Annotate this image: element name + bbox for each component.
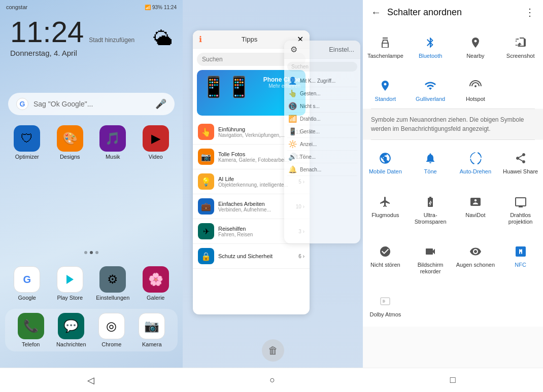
flugmodus-label: Flugmodus — [371, 212, 399, 219]
switch-hotspot[interactable]: Hotspot — [453, 72, 498, 106]
hotspot-label: Hotspot — [466, 96, 485, 102]
switch-gulliverland[interactable]: Gulliverland — [408, 72, 453, 106]
switch-tone[interactable]: Töne — [408, 144, 453, 179]
app-designs[interactable]: 🎨 Designs — [51, 125, 89, 160]
switch-huawei-share[interactable]: Huawei Share — [498, 144, 543, 179]
app-grid-row1: 🛡 Optimizer 🎨 Designs 🎵 Musik ▶ Video — [0, 121, 183, 164]
google-label: Google — [18, 295, 36, 301]
switch-flugmodus[interactable]: Flugmodus — [363, 188, 408, 229]
nfc-icon — [513, 243, 529, 260]
app-google[interactable]: G Google — [8, 266, 46, 301]
mic-icon[interactable]: 🎤 — [155, 98, 166, 110]
optimizer-icon: 🛡 — [14, 125, 40, 152]
taschenlampe-icon — [377, 34, 393, 51]
settings-mini-header: ⚙ Einstel... — [284, 41, 360, 59]
tipps-item-sicherheit[interactable]: 🔒 Schutz und Sicherheit 6 › — [193, 244, 310, 269]
city-label[interactable]: Stadt hinzufügen — [89, 37, 134, 44]
bildschirm-rekorder-label: Bildschirm rekorder — [410, 262, 451, 275]
playstore-icon — [57, 266, 83, 293]
switch-nearby[interactable]: Nearby — [453, 28, 498, 63]
signal-icon: 📶 — [145, 5, 151, 10]
trash-button[interactable]: 🗑 — [262, 339, 284, 362]
wifi-icon: 📶 — [288, 115, 297, 123]
app-playstore[interactable]: Play Store — [51, 266, 89, 301]
augen-schonen-label: Augen schonen — [456, 262, 495, 268]
sicherheit-text: Schutz und Sicherheit — [218, 253, 294, 259]
switch-auto-drehen[interactable]: Auto-Drehen — [453, 144, 498, 179]
chrome-label: Chrome — [101, 341, 121, 347]
video-label: Video — [149, 154, 163, 160]
app-galerie[interactable]: 🌸 Galerie — [137, 266, 175, 301]
switch-bildschirm-rekorder[interactable]: Bildschirm rekorder — [408, 237, 453, 279]
switch-nfc[interactable]: NFC — [498, 237, 543, 279]
settings-mini-content: Suchen 👤Mit K... Zugriff... 👆Gesten... 📵… — [284, 59, 360, 179]
switch-taschenlampe[interactable]: Taschenlampe — [363, 28, 408, 63]
active-switches-grid: Taschenlampe Bluetooth Nearby Screenshot — [363, 24, 543, 67]
battery-label: 93% — [152, 5, 162, 10]
page-dots — [0, 251, 183, 254]
dock-telefon[interactable]: 📞 Telefon — [13, 313, 49, 347]
sicherheit-icon: 🔒 — [198, 248, 214, 264]
ultra-stromsparen-label: Ultra-Stromsparen — [410, 212, 451, 225]
switch-mobile-daten[interactable]: Mobile Daten — [363, 144, 408, 179]
bluetooth-label: Bluetooth — [419, 53, 442, 59]
schalter-back-button[interactable]: ← — [371, 7, 381, 18]
bildschirm-rekorder-icon — [422, 243, 438, 260]
galerie-icon: 🌸 — [143, 266, 169, 293]
mobile-daten-icon — [377, 150, 393, 166]
optimizer-label: Optimizer — [15, 154, 39, 160]
app-musik[interactable]: 🎵 Musik — [94, 125, 132, 160]
nearby-label: Nearby — [466, 53, 484, 59]
screenshot-icon — [513, 34, 529, 51]
notif-icon: 🔔 — [288, 165, 297, 173]
app-optimizer[interactable]: 🛡 Optimizer — [8, 125, 46, 160]
switch-standort[interactable]: Standort — [363, 72, 408, 106]
info-text: Symbole zum Neuanordnen ziehen. Die obig… — [371, 116, 524, 132]
switch-navidot[interactable]: NaviDot — [453, 188, 498, 229]
more-switches-grid-1: Mobile Daten Töne Auto-Drehen Huawei Sha… — [363, 140, 543, 183]
navidot-label: NaviDot — [465, 212, 485, 219]
video-icon: ▶ — [143, 125, 169, 152]
dock-kamera[interactable]: 📷 Kamera — [134, 313, 170, 347]
switch-ultra-stromsparen[interactable]: Ultra-Stromsparen — [408, 188, 453, 229]
dock-grid: 📞 Telefon 💬 Nachrichten ◎ Chrome 📷 Kamer… — [5, 309, 178, 351]
arbeiten-icon: 💼 — [198, 198, 214, 215]
nav-recents-schalter[interactable]: □ — [446, 371, 460, 389]
device-icon: 📱 — [288, 127, 297, 135]
switch-augen-schonen[interactable]: Augen schonen — [453, 237, 498, 279]
ailife-icon: 💡 — [198, 173, 214, 190]
app-einstellungen[interactable]: ⚙ Einstellungen — [94, 266, 132, 301]
switch-drahtlos-projektion[interactable]: Drahtlos projektion — [498, 188, 543, 229]
switch-screenshot[interactable]: Screenshot — [498, 28, 543, 63]
kamera-icon: 📷 — [139, 313, 165, 339]
switch-bluetooth[interactable]: Bluetooth — [408, 28, 453, 63]
more-switches-grid-2: Flugmodus Ultra-Stromsparen NaviDot Drah… — [363, 184, 543, 233]
multitask-background: ℹ Tipps ✕ 📱📱 Phone Clone Mehr erfahren 👆… — [183, 0, 363, 392]
app-video[interactable]: ▶ Video — [137, 125, 175, 160]
schalter-header: ← Schalter anordnen ⋮ — [363, 0, 543, 24]
switch-dolby[interactable]: Dolby Atmos — [363, 287, 408, 322]
settings-mini-card[interactable]: ⚙ Einstel... Suchen 👤Mit K... Zugriff...… — [284, 41, 360, 243]
tipps-header-icon: ℹ — [199, 34, 202, 44]
chrome-icon: ◎ — [98, 313, 125, 339]
dock-messages[interactable]: 💬 Nachrichten — [54, 313, 89, 347]
hotspot-icon — [467, 78, 484, 94]
fotos-icon: 📷 — [198, 149, 214, 165]
google-logo: G — [16, 98, 28, 110]
settings-mini-item-4: 📶Drahtlo... — [287, 113, 357, 125]
search-bar[interactable]: G Sag "Ok Google"... 🎤 — [8, 93, 175, 115]
mobile-daten-label: Mobile Daten — [369, 168, 402, 175]
dock-chrome[interactable]: ◎ Chrome — [94, 313, 129, 347]
ailife-text: AI Life Objekterkennung, intelligente... — [218, 176, 294, 188]
schalter-more-button[interactable]: ⋮ — [525, 6, 535, 18]
switch-nicht-storen[interactable]: Nicht stören — [363, 237, 408, 279]
schalter-nav-bar: ◁ ○ □ — [363, 368, 543, 392]
nearby-icon — [467, 34, 484, 51]
huawei-share-label: Huawei Share — [503, 168, 538, 175]
drahtlos-projektion-label: Drahtlos projektion — [500, 212, 541, 225]
dot-3 — [95, 251, 98, 254]
musik-label: Musik — [106, 154, 120, 160]
schalter-scroll: ← Schalter anordnen ⋮ Taschenlampe Bluet… — [363, 0, 543, 392]
messages-label: Nachrichten — [56, 341, 86, 347]
settings-icon: ⚙ — [99, 266, 126, 293]
